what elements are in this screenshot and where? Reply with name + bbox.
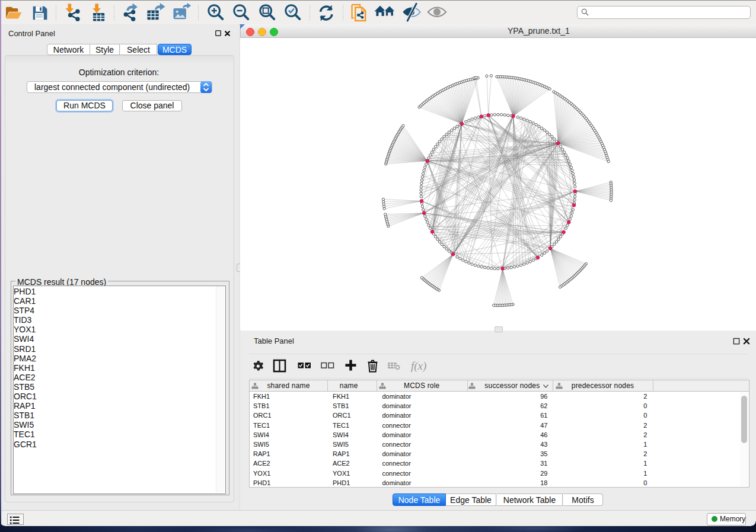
svg-text:f(x): f(x) — [411, 360, 426, 373]
